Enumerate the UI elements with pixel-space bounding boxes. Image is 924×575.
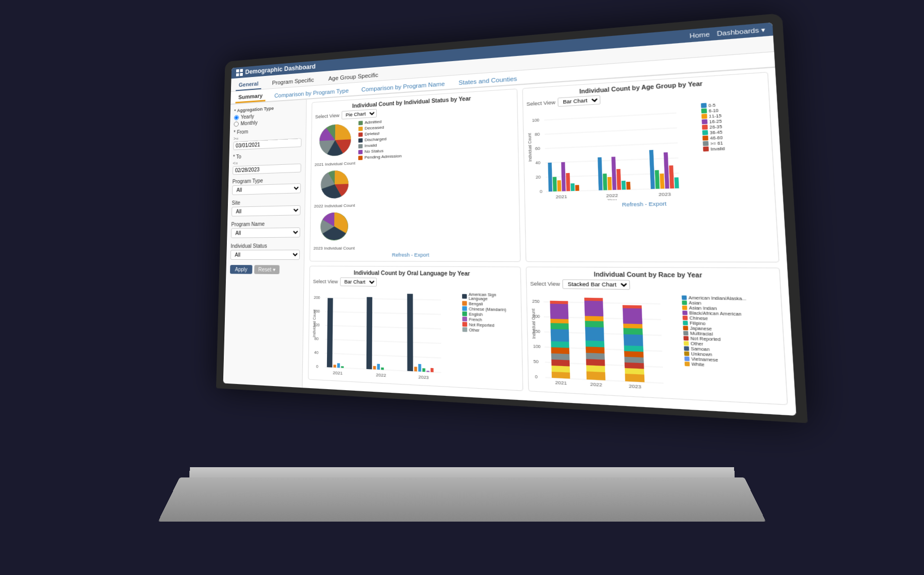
svg-text:2022: 2022 — [590, 381, 602, 388]
svg-line-50 — [325, 312, 441, 314]
svg-rect-65 — [431, 368, 434, 372]
nav-dashboards[interactable]: Dashboards ▾ — [717, 26, 766, 37]
radio-monthly-input[interactable] — [234, 121, 239, 126]
legend-no-status-dot — [358, 149, 362, 154]
svg-text:0: 0 — [316, 365, 318, 369]
svg-rect-23 — [603, 174, 607, 190]
chart3-select-label: Select View — [313, 279, 338, 284]
svg-text:40: 40 — [314, 351, 318, 355]
svg-rect-24 — [607, 177, 612, 190]
svg-text:2023: 2023 — [418, 374, 429, 380]
program-type-select[interactable]: All — [232, 183, 301, 195]
main-content: * Aggregation Type Yearly Monthly * — [223, 68, 797, 416]
svg-text:2023: 2023 — [658, 191, 671, 197]
legend-pending-dot — [358, 156, 362, 160]
chart4-svg: 0 50 100 150 200 250 — [530, 291, 681, 392]
svg-rect-33 — [669, 165, 674, 188]
pie-2021 — [317, 121, 354, 160]
chart1-content: 2021 Individual Count — [314, 111, 516, 251]
chart3-content: 0 40 80 120 160 200 — [312, 288, 518, 387]
site-label: Site — [232, 199, 300, 206]
legend-deleted-label: Deleted — [364, 131, 379, 137]
svg-text:2022: 2022 — [376, 372, 386, 378]
charts-grid: Individual Count by Individual Status by… — [308, 72, 788, 405]
svg-rect-19 — [566, 173, 570, 191]
svg-rect-88 — [551, 347, 569, 354]
svg-rect-58 — [377, 364, 380, 370]
app-container: Demographic Dashboard Home Dashboards ▾ … — [223, 23, 797, 416]
svg-rect-113 — [624, 368, 644, 375]
legend-invalid-label: Invalid — [364, 143, 377, 148]
svg-rect-104 — [623, 334, 643, 346]
svg-rect-112 — [624, 362, 644, 369]
chart2-select-label: Select View — [527, 100, 556, 107]
chart2-svg: 0 20 40 60 80 100 — [527, 101, 701, 202]
svg-line-48 — [325, 339, 441, 343]
aggregation-radio-group: Yearly Monthly — [234, 110, 302, 127]
svg-rect-29 — [649, 150, 654, 189]
svg-rect-111 — [624, 357, 644, 363]
legend-pending: Pending Admission — [358, 154, 401, 160]
svg-rect-114 — [625, 374, 644, 382]
svg-rect-56 — [367, 297, 372, 370]
svg-text:Individual Count: Individual Count — [531, 309, 536, 339]
svg-rect-20 — [570, 183, 574, 191]
legend-deceased-label: Deceased — [364, 125, 384, 130]
sidebar: * Aggregation Type Yearly Monthly * — [223, 100, 307, 388]
program-name-select[interactable]: All — [231, 227, 300, 238]
site-select[interactable]: All — [232, 205, 301, 217]
svg-line-47 — [325, 353, 441, 358]
svg-rect-26 — [616, 169, 621, 190]
svg-rect-101 — [586, 359, 605, 366]
tab-general[interactable]: General — [236, 78, 261, 91]
svg-text:60: 60 — [535, 146, 540, 150]
pie-2021-label: 2021 Individual Count — [315, 161, 355, 167]
svg-rect-100 — [586, 353, 605, 359]
nav-home[interactable]: Home — [689, 30, 710, 40]
svg-text:0: 0 — [540, 189, 542, 194]
pie-2022 — [319, 168, 351, 202]
tab-summary[interactable]: Summary — [235, 91, 265, 103]
apply-button[interactable]: Apply — [230, 265, 253, 274]
svg-line-12 — [545, 143, 677, 148]
reset-button[interactable]: Reset ▾ — [254, 265, 279, 274]
program-name-label: Program Name — [231, 221, 300, 227]
svg-rect-25 — [611, 157, 616, 190]
svg-rect-15 — [548, 163, 552, 191]
chart4-view-select[interactable]: Stacked Bar Chart — [563, 279, 630, 290]
chart1-view-select[interactable]: Pie Chart — [341, 109, 377, 119]
svg-rect-102 — [586, 365, 605, 372]
chart-age-group: Individual Count by Age Group by Year Se… — [522, 72, 780, 262]
chart-race: Individual Count by Race by Year Select … — [526, 266, 788, 405]
chart4-select-row: Select View Stacked Bar Chart — [530, 279, 776, 292]
svg-text:80: 80 — [534, 132, 540, 136]
svg-rect-55 — [341, 366, 343, 368]
svg-rect-96 — [584, 301, 603, 316]
svg-rect-16 — [552, 177, 556, 191]
svg-rect-89 — [551, 353, 569, 360]
radio-yearly-input[interactable] — [234, 115, 239, 120]
svg-rect-108 — [622, 305, 641, 309]
legend-no-status-label: No Status — [364, 148, 383, 154]
svg-rect-109 — [624, 346, 643, 352]
svg-rect-27 — [621, 181, 625, 190]
svg-rect-95 — [585, 316, 604, 321]
individual-status-select[interactable]: All — [230, 250, 300, 260]
svg-text:200: 200 — [314, 296, 320, 300]
chart2-view-select[interactable]: Bar Chart — [558, 95, 601, 107]
legend-admitted-label: Admitted — [364, 119, 381, 125]
screen-bezel: Demographic Dashboard Home Dashboards ▾ … — [223, 23, 797, 416]
chart-individual-status: Individual Count by Individual Status by… — [310, 89, 521, 262]
svg-rect-63 — [422, 368, 426, 372]
svg-text:Individual Count: Individual Count — [312, 310, 316, 337]
chart1-refresh[interactable]: Refresh - Export — [313, 252, 516, 258]
legend-admitted-dot — [359, 121, 363, 125]
svg-rect-105 — [623, 328, 643, 335]
svg-rect-30 — [654, 170, 659, 189]
svg-rect-17 — [557, 180, 561, 191]
svg-rect-110 — [624, 351, 643, 357]
chart1-legend: Admitted Deceased Deleted — [358, 118, 401, 160]
radio-monthly-label: Monthly — [241, 120, 258, 126]
svg-rect-34 — [674, 177, 679, 188]
chart3-view-select[interactable]: Bar Chart — [340, 277, 376, 286]
